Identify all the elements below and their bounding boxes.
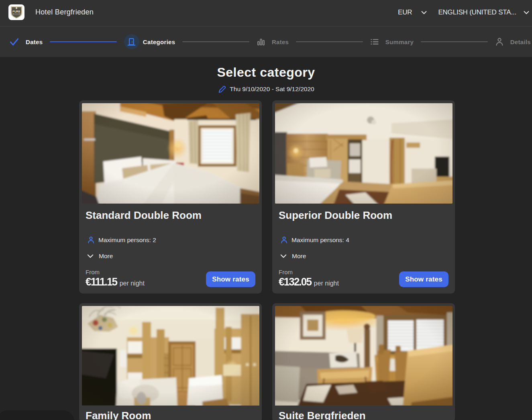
svg-text:PURE: PURE xyxy=(12,9,20,13)
svg-text:RESORTS: RESORTS xyxy=(14,13,19,14)
